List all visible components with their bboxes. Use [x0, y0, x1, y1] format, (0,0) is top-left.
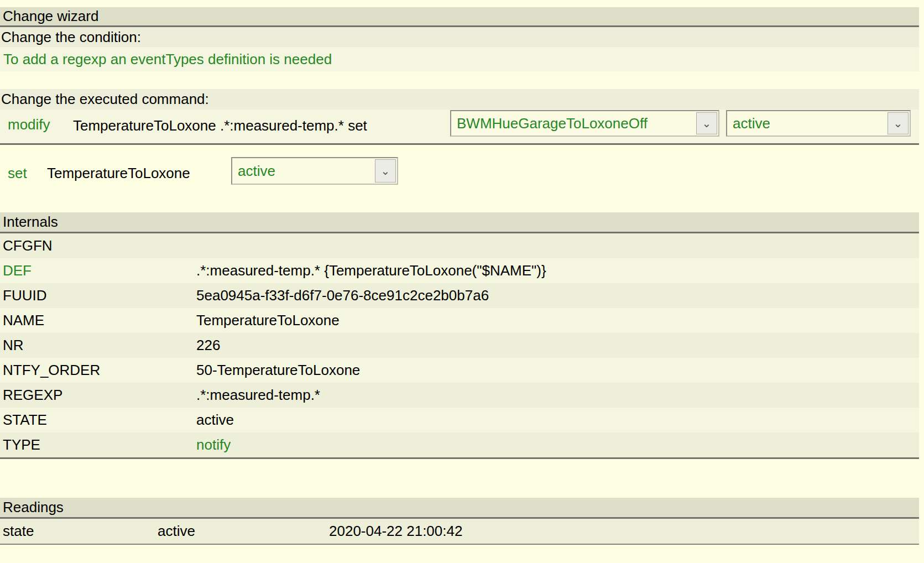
set-device-name: TemperatureToLoxone	[47, 165, 190, 182]
section-gap	[0, 71, 924, 89]
reading-row: state active 2020-04-22 21:00:42	[0, 519, 919, 545]
condition-section-label: Change the condition:	[1, 29, 141, 46]
page-title-band: Change wizard	[0, 7, 919, 27]
internal-value: 5ea0945a-f33f-d6f7-0e76-8ce91c2ce2b0b7a6	[196, 287, 919, 304]
modify-command-text: TemperatureToLoxone .*:measured-temp.* s…	[73, 117, 367, 134]
internals-title: Internals	[3, 213, 58, 231]
set-state-select[interactable]: active ⌄	[231, 157, 398, 185]
command-device-select[interactable]: BWMHueGarageToLoxoneOff ⌄	[450, 110, 719, 137]
set-command-row: set TemperatureToLoxone active ⌄	[0, 157, 919, 189]
command-state-select[interactable]: active ⌄	[726, 110, 911, 137]
modify-link[interactable]: modify	[8, 116, 50, 133]
internal-name: NR	[0, 337, 196, 354]
readings-title: Readings	[3, 499, 64, 516]
condition-section: Change the condition:	[0, 27, 919, 47]
readings-table: state active 2020-04-22 21:00:42	[0, 519, 919, 545]
command-state-select-value: active	[733, 115, 770, 132]
condition-hint-row: To add a regexp an eventTypes definition…	[0, 47, 919, 71]
internal-row: FUUID 5ea0945a-f33f-d6f7-0e76-8ce91c2ce2…	[0, 283, 919, 308]
internal-value: .*:measured-temp.*	[196, 387, 919, 404]
page-title: Change wizard	[3, 8, 98, 25]
section-gap	[0, 459, 924, 498]
chevron-down-icon[interactable]: ⌄	[375, 159, 396, 183]
readings-section-header: Readings	[0, 498, 919, 519]
internal-value: TemperatureToLoxone	[196, 312, 919, 329]
top-margin	[0, 0, 924, 7]
command-device-select-value: BWMHueGarageToLoxoneOff	[457, 115, 648, 132]
condition-hint: To add a regexp an eventTypes definition…	[3, 51, 332, 68]
reading-timestamp: 2020-04-22 21:00:42	[329, 523, 919, 540]
internal-row: REGEXP .*:measured-temp.*	[0, 383, 919, 408]
internal-name: NAME	[0, 312, 196, 329]
internal-row: NR 226	[0, 333, 919, 358]
command-section-label: Change the executed command:	[1, 91, 209, 108]
internal-value: .*:measured-temp.* {TemperatureToLoxone(…	[196, 262, 919, 279]
internal-name: STATE	[0, 411, 196, 429]
modify-command-row: modify TemperatureToLoxone .*:measured-t…	[0, 110, 919, 145]
reading-name: state	[0, 523, 158, 540]
internal-name: CFGFN	[0, 237, 196, 254]
set-link[interactable]: set	[8, 165, 27, 182]
chevron-down-icon[interactable]: ⌄	[696, 112, 717, 134]
section-gap	[0, 145, 924, 157]
internal-value: 50-TemperatureToLoxone	[196, 362, 919, 379]
internal-value-type-link[interactable]: notify	[196, 436, 919, 453]
chevron-down-icon[interactable]: ⌄	[888, 112, 909, 134]
internal-value: active	[196, 411, 919, 429]
internal-row: STATE active	[0, 408, 919, 432]
internal-row: DEF .*:measured-temp.* {TemperatureToLox…	[0, 258, 919, 283]
internal-row: NAME TemperatureToLoxone	[0, 308, 919, 333]
internal-name: REGEXP	[0, 387, 196, 404]
internal-row: NTFY_ORDER 50-TemperatureToLoxone	[0, 358, 919, 383]
internals-table: CFGFN DEF .*:measured-temp.* {Temperatur…	[0, 233, 919, 459]
command-section: Change the executed command:	[0, 89, 919, 110]
internal-name: FUUID	[0, 287, 196, 304]
internal-row: TYPE notify	[0, 432, 919, 457]
internal-value: 226	[196, 337, 919, 354]
reading-value: active	[158, 523, 329, 540]
set-state-select-value: active	[238, 163, 275, 180]
internal-name-def-link[interactable]: DEF	[0, 262, 196, 279]
internal-name: TYPE	[0, 436, 196, 453]
internal-name: NTFY_ORDER	[0, 362, 196, 379]
internals-section-header: Internals	[0, 212, 919, 233]
section-gap	[0, 189, 924, 212]
internal-row: CFGFN	[0, 233, 919, 258]
